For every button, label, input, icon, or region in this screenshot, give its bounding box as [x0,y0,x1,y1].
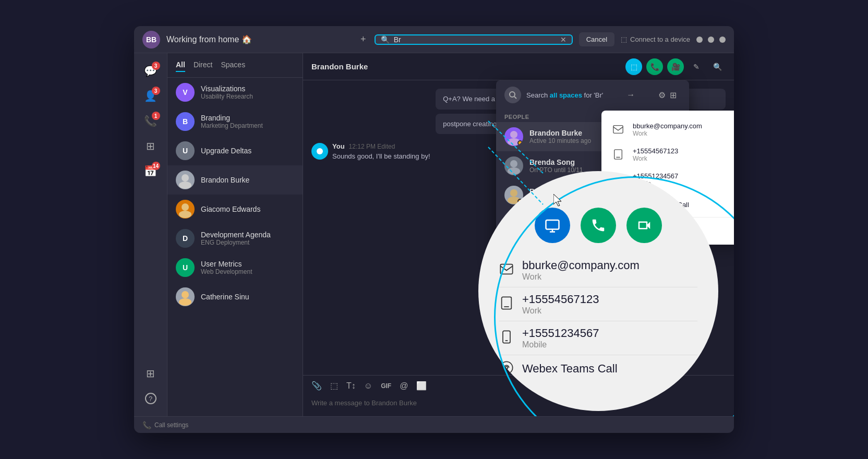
sidebar-item-meetings[interactable]: ⊞ [139,135,162,158]
search-all-spaces[interactable]: Search all spaces for 'Br' → ⚙ ⊞ [496,80,689,110]
tab-all[interactable]: All [176,58,185,72]
maximize-button[interactable] [708,37,714,43]
title-bar-right: ⬚ Connect to a device [621,35,726,43]
message-3-content: You 12:12 PM Edited Sounds good, I'll be… [332,142,430,160]
tab-spaces[interactable]: Spaces [221,58,245,72]
user-metrics-avatar: U [176,258,195,277]
sidebar-item-branding[interactable]: B Branding Marketing Department [167,107,303,136]
sidebar-item-brandon-burke[interactable]: Brandon Burke [167,165,303,195]
dev-agenda-name: Development Agenda [201,231,294,239]
call-button-header[interactable]: 📞 [646,58,663,75]
svg-point-8 [510,131,517,138]
sidebar-item-dev-agenda[interactable]: D Development Agenda ENG Deployment [167,224,303,253]
search-chat-button[interactable]: 🔍 [709,58,726,75]
zoom-phone-work-value: +15554567123 [522,293,599,306]
upgrade-avatar: U [176,141,195,160]
svg-rect-24 [500,264,512,274]
whiteboard-icon[interactable]: ⬜ [416,381,427,391]
sidebar-item-help[interactable]: ? [139,387,162,410]
search-bar[interactable]: 🔍 ✕ [375,34,573,45]
zoom-contact-details: bburke@company.com Work +15554567123 Wor… [489,253,708,382]
sidebar-item-giacomo[interactable]: Giacomo Edwards [167,195,303,224]
search-input[interactable] [394,35,556,44]
brandon-burke-status: Active 10 minutes ago [529,137,610,144]
sidebar-item-calendar[interactable]: 📅 14 [139,160,162,183]
giacomo-info: Giacomo Edwards [201,205,294,213]
call-settings-text[interactable]: Call settings [154,421,188,429]
message-3-meta: You 12:12 PM Edited [332,142,430,150]
attach-icon[interactable]: 📎 [311,381,322,391]
icon-bar-bottom: ⊞ ? [139,362,162,410]
upgrade-name: Upgrade Deltas [201,147,294,155]
zoom-video-btn[interactable] [626,208,662,243]
zoom-email-type: Work [522,272,640,282]
zoom-mobile-type: Mobile [522,340,599,349]
sidebar-item-contacts[interactable]: 👤 3 [139,84,162,107]
format-icon[interactable]: T↕ [346,381,356,391]
sidebar-item-upgrade-deltas[interactable]: U Upgrade Deltas [167,136,303,165]
zoom-mobile-value: +15551234567 [522,327,599,340]
contact-mobile-value: +15551234567 [633,172,734,180]
contact-email-value: bburke@company.com [633,122,734,130]
video-button-header[interactable]: 🎥 [667,58,684,75]
emoji-icon[interactable]: ☺ [364,381,372,391]
close-button[interactable] [719,37,726,43]
message-input[interactable]: Write a message to Brandon Burke [311,395,726,411]
settings-icon-1[interactable]: ⚙ [658,90,666,100]
tab-direct[interactable]: Direct [194,58,213,72]
bottom-bar: 📞 Call settings [134,416,734,433]
whiteboard-button[interactable]: ✎ [688,58,705,75]
minimize-button[interactable] [696,37,703,43]
window-title: Working from home 🏠 [166,35,252,44]
message-3-time: 12:12 PM Edited [349,143,395,150]
mention-icon[interactable]: @ [400,381,408,391]
brandon-name: Brandon Burke [201,176,294,184]
add-button[interactable]: + [358,32,368,47]
sidebar-item-apps[interactable]: ⊞ [139,362,162,385]
svg-rect-27 [503,331,510,343]
zoom-webex-detail: Webex Teams Call [522,362,618,376]
svg-point-4 [182,291,189,298]
sidebar-item-catherine[interactable]: Catherine Sinu [167,282,303,311]
svg-rect-15 [614,150,622,159]
cancel-button[interactable]: Cancel [579,32,614,46]
connect-device[interactable]: ⬚ Connect to a device [621,35,690,43]
search-icon: 🔍 [381,35,390,44]
screen-share-button[interactable]: ⬚ [625,58,642,75]
search-clear-icon[interactable]: ✕ [560,35,566,44]
sidebar-item-calls[interactable]: 📞 1 [139,110,162,132]
connect-device-label: Connect to a device [630,35,690,43]
apps-icon: ⊞ [146,367,155,380]
settings-icon-2[interactable]: ⊞ [670,90,677,100]
sidebar-item-visualizations[interactable]: V Visualizations Usability Research [167,78,303,107]
user-avatar[interactable]: BB [142,31,160,49]
zoom-mobile-detail: +15551234567 Mobile [522,327,599,349]
cast-icon: ⬚ [621,35,627,43]
help-icon: ? [145,393,156,404]
contact-phone-work-type: Work [633,155,734,162]
sidebar-item-chat[interactable]: 💬 3 [139,59,162,82]
user-metrics-info: User Metrics Web Development [201,260,294,275]
visualizations-info: Visualizations Usability Research [201,84,294,100]
brandon-info: Brandon Burke [201,176,294,184]
svg-rect-21 [546,220,559,230]
svg-point-2 [182,203,189,211]
calls-badge: 1 [152,112,160,120]
sidebar-item-user-metrics[interactable]: U User Metrics Web Development [167,253,303,282]
svg-rect-25 [502,297,512,309]
window-controls [696,37,726,43]
search-settings: ⚙ ⊞ [658,90,681,100]
branding-avatar: B [176,112,195,131]
zoom-call-btn[interactable] [581,208,616,243]
zoom-phone-work-icon [499,296,514,312]
message-3-text: Sounds good, I'll be standing by! [332,152,430,160]
svg-point-5 [179,298,191,306]
brandon-avatar [176,171,195,189]
zoom-screen-share-btn[interactable] [535,208,570,243]
search-all-text: Search all spaces for 'Br' [526,91,603,99]
svg-point-3 [179,211,191,218]
screen-share-icon[interactable]: ⬚ [330,381,338,391]
upgrade-info: Upgrade Deltas [201,147,294,155]
catherine-avatar [176,287,195,306]
gif-icon[interactable]: GIF [381,382,391,390]
